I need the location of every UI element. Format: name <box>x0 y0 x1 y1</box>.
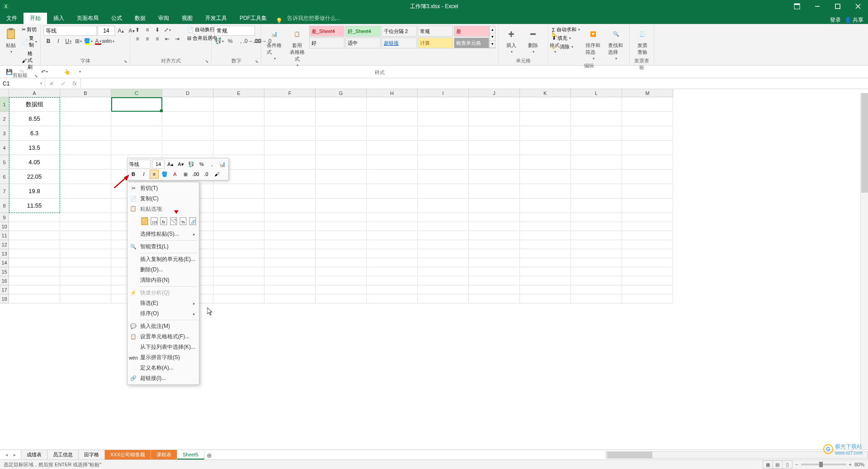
cell-L8[interactable] <box>571 199 622 213</box>
gallery-down-icon[interactable]: ▾ <box>490 33 495 41</box>
paste-transpose-icon[interactable] <box>169 215 178 227</box>
tab-home[interactable]: 开始 <box>24 13 47 24</box>
cell-I11[interactable] <box>418 231 469 240</box>
cell-J6[interactable] <box>469 170 520 184</box>
mini-percent-icon[interactable]: % <box>197 160 206 169</box>
cell-A4[interactable]: 13.5 <box>9 141 60 155</box>
col-header-J[interactable]: J <box>469 89 520 97</box>
cell-F11[interactable] <box>264 231 316 240</box>
cell-A7[interactable]: 19.8 <box>9 184 60 199</box>
gallery-more-icon[interactable]: ▾ <box>490 41 495 48</box>
col-header-H[interactable]: H <box>367 89 418 97</box>
cell-G14[interactable] <box>316 258 367 267</box>
cell-B9[interactable] <box>60 213 111 222</box>
cell-K17[interactable] <box>520 285 571 294</box>
cell-L2[interactable] <box>571 112 622 126</box>
mini-increase-font-icon[interactable]: A▴ <box>166 160 175 169</box>
cell-L18[interactable] <box>571 294 622 303</box>
qat-customize-icon[interactable]: ▾ <box>74 67 85 77</box>
cell-A9[interactable] <box>9 213 60 222</box>
cell-K9[interactable] <box>520 213 571 222</box>
cell-I5[interactable] <box>418 155 469 170</box>
cell-F14[interactable] <box>264 258 316 267</box>
font-name-select[interactable] <box>43 26 97 36</box>
cell-I15[interactable] <box>418 267 469 276</box>
cell-F17[interactable] <box>264 285 316 294</box>
sheet-tab-4[interactable]: 课程表 <box>151 450 177 460</box>
tab-formulas[interactable]: 公式 <box>105 13 128 24</box>
cell-A16[interactable] <box>9 276 60 285</box>
col-header-I[interactable]: I <box>418 89 469 97</box>
zoom-in-icon[interactable]: + <box>849 462 852 467</box>
cell-M13[interactable] <box>622 249 673 258</box>
cell-style-hyperlink[interactable]: 超链接 <box>382 38 417 48</box>
vertical-scrollbar[interactable] <box>860 93 868 450</box>
row-header-16[interactable]: 16 <box>0 276 9 285</box>
cell-L5[interactable] <box>571 155 622 170</box>
cell-L11[interactable] <box>571 231 622 240</box>
confirm-entry-icon[interactable]: ✓ <box>57 79 69 89</box>
cell-L16[interactable] <box>571 276 622 285</box>
align-top-icon[interactable]: ⬆ <box>133 26 142 34</box>
sheet-tab-5[interactable]: Sheet5 <box>177 450 204 460</box>
cm-sort[interactable]: 排序(O)▸ <box>127 308 199 319</box>
row-header-14[interactable]: 14 <box>0 258 9 267</box>
invoice-verify-button[interactable]: 🧾发票 查验 <box>632 26 652 57</box>
cell-I2[interactable] <box>418 112 469 126</box>
paste-all-icon[interactable] <box>140 215 149 227</box>
cell-M8[interactable] <box>622 199 673 213</box>
cell-E3[interactable] <box>213 126 264 141</box>
cell-F18[interactable] <box>264 294 316 303</box>
cell-style-good[interactable]: 好 <box>309 38 344 48</box>
sort-filter-button[interactable]: 🔽排序和筛选▾ <box>583 26 604 62</box>
cell-B5[interactable] <box>60 155 111 170</box>
cm-define-name[interactable]: 定义名称(A)... <box>127 363 199 373</box>
cell-K10[interactable] <box>520 222 571 231</box>
mini-decrease-decimal-icon[interactable]: .0 <box>202 170 211 179</box>
paste-button[interactable]: 粘贴▾ <box>3 26 19 55</box>
fill-button[interactable]: ⬇ 填充 ▾ <box>551 34 581 42</box>
cell-K6[interactable] <box>520 170 571 184</box>
conditional-formatting-button[interactable]: 📊条件格式▾ <box>264 26 285 62</box>
cell-G15[interactable] <box>316 267 367 276</box>
cell-C4[interactable] <box>111 141 162 155</box>
cell-G2[interactable] <box>316 112 367 126</box>
cell-F5[interactable] <box>264 155 316 170</box>
row-header-15[interactable]: 15 <box>0 267 9 276</box>
cell-A17[interactable] <box>9 285 60 294</box>
cell-B15[interactable] <box>60 267 111 276</box>
cell-H7[interactable] <box>367 184 418 199</box>
indent-increase-icon[interactable]: ⇥ <box>173 35 182 43</box>
sheet-nav-first-icon[interactable]: ◂ <box>3 450 10 460</box>
align-right-icon[interactable]: ≡ <box>153 35 162 43</box>
autosum-button[interactable]: Σ 自动求和 ▾ <box>551 26 581 33</box>
tab-data[interactable]: 数据 <box>128 13 152 24</box>
cell-H12[interactable] <box>367 240 418 249</box>
cell-M3[interactable] <box>622 126 673 141</box>
cell-A11[interactable] <box>9 231 60 240</box>
mini-increase-decimal-icon[interactable]: .00 <box>191 170 200 179</box>
add-sheet-button[interactable]: ⊕ <box>204 451 214 459</box>
cell-style-bad[interactable]: 差 <box>454 26 489 37</box>
formula-input[interactable] <box>81 78 868 89</box>
cell-J17[interactable] <box>469 285 520 294</box>
cell-M17[interactable] <box>622 285 673 294</box>
hscroll-thumb[interactable] <box>607 452 652 458</box>
cell-H2[interactable] <box>367 112 418 126</box>
cell-K15[interactable] <box>520 267 571 276</box>
cell-K13[interactable] <box>520 249 571 258</box>
cell-K3[interactable] <box>520 126 571 141</box>
login-link[interactable]: 登录 <box>830 16 841 24</box>
orientation-icon[interactable]: ⤢▾ <box>163 26 172 34</box>
cell-A14[interactable] <box>9 258 60 267</box>
cell-J4[interactable] <box>469 141 520 155</box>
cell-H9[interactable] <box>367 213 418 222</box>
cell-D1[interactable] <box>162 97 213 112</box>
col-header-D[interactable]: D <box>162 89 213 97</box>
cell-M1[interactable] <box>622 97 673 112</box>
cell-B14[interactable] <box>60 258 111 267</box>
cell-G18[interactable] <box>316 294 367 303</box>
cell-M6[interactable] <box>622 170 673 184</box>
cell-L9[interactable] <box>571 213 622 222</box>
cell-J7[interactable] <box>469 184 520 199</box>
